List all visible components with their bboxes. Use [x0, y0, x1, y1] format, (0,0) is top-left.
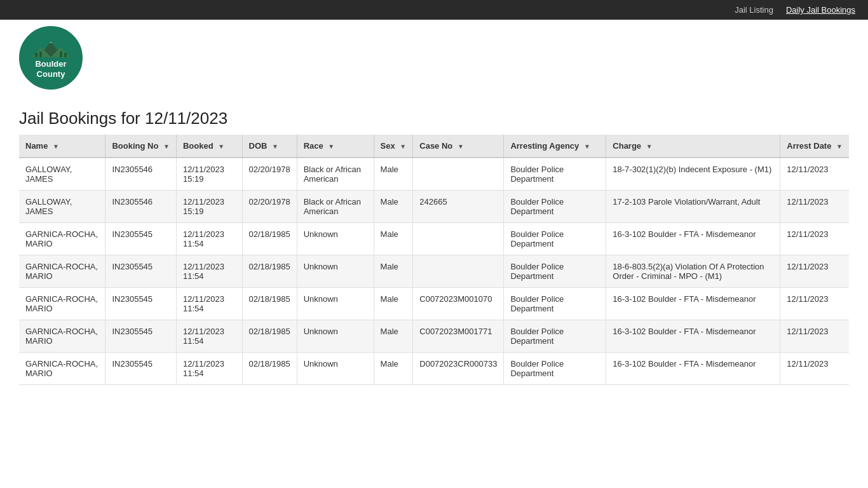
booking-no-filter-icon[interactable]: ▼	[163, 143, 170, 150]
cell-case_no	[413, 158, 504, 191]
cell-arresting_agency: Boulder Police Department	[504, 320, 606, 353]
top-nav: Jail Listing Daily Jail Bookings	[0, 0, 868, 20]
logo-area: Boulder County	[0, 20, 868, 96]
nav-jail-listing[interactable]: Jail Listing	[735, 5, 773, 15]
logo-text: Boulder County	[35, 59, 66, 79]
logo-mountain-icon	[32, 37, 70, 59]
cell-sex: Male	[374, 158, 413, 191]
svg-rect-4	[35, 53, 37, 57]
cell-arrest_date: 12/11/2023	[780, 288, 849, 320]
col-arresting-agency[interactable]: Arresting Agency ▼	[504, 135, 606, 158]
cell-race: Unknown	[297, 223, 374, 255]
svg-rect-5	[39, 51, 42, 57]
cell-charge: 16-3-102 Boulder - FTA - Misdemeanor	[606, 353, 780, 385]
cell-booking_no: IN2305546	[105, 158, 176, 191]
cell-arresting_agency: Boulder Police Department	[504, 158, 606, 191]
cell-charge: 18-7-302(1)(2)(b) Indecent Exposure - (M…	[606, 158, 780, 191]
cell-charge: 17-2-103 Parole Violation/Warrant, Adult	[606, 191, 780, 223]
cell-name: GARNICA-ROCHA, MARIO	[19, 353, 105, 385]
cell-sex: Male	[374, 288, 413, 320]
cell-arrest_date: 12/11/2023	[780, 191, 849, 223]
cell-arrest_date: 12/11/2023	[780, 255, 849, 288]
cell-dob: 02/20/1978	[242, 191, 297, 223]
arrest-date-filter-icon[interactable]: ▼	[836, 143, 843, 150]
cell-name: GARNICA-ROCHA, MARIO	[19, 223, 105, 255]
cell-arrest_date: 12/11/2023	[780, 320, 849, 353]
cell-booking_no: IN2305545	[105, 320, 176, 353]
cell-dob: 02/20/1978	[242, 158, 297, 191]
cell-charge: 16-3-102 Boulder - FTA - Misdemeanor	[606, 320, 780, 353]
cell-dob: 02/18/1985	[242, 223, 297, 255]
cell-booking_no: IN2305545	[105, 223, 176, 255]
cell-case_no: D0072023CR000733	[413, 353, 504, 385]
col-name[interactable]: Name ▼	[19, 135, 105, 158]
cell-case_no	[413, 255, 504, 288]
cell-arresting_agency: Boulder Police Department	[504, 353, 606, 385]
col-case-no[interactable]: Case No ▼	[413, 135, 504, 158]
cell-arresting_agency: Boulder Police Department	[504, 223, 606, 255]
table-header: Name ▼ Booking No ▼ Booked ▼ DOB ▼ Race	[19, 135, 849, 158]
cell-dob: 02/18/1985	[242, 288, 297, 320]
page-title: Jail Bookings for 12/11/2023	[0, 96, 868, 135]
cell-name: GALLOWAY, JAMES	[19, 158, 105, 191]
cell-charge: 16-3-102 Boulder - FTA - Misdemeanor	[606, 223, 780, 255]
cell-sex: Male	[374, 353, 413, 385]
cell-booked: 12/11/2023 11:54	[176, 320, 242, 353]
cell-booked: 12/11/2023 11:54	[176, 255, 242, 288]
cell-name: GARNICA-ROCHA, MARIO	[19, 320, 105, 353]
cell-charge: 16-3-102 Boulder - FTA - Misdemeanor	[606, 288, 780, 320]
booked-filter-icon[interactable]: ▼	[218, 143, 224, 150]
col-race[interactable]: Race ▼	[297, 135, 374, 158]
cell-charge: 18-6-803.5(2)(a) Violation Of A Protecti…	[606, 255, 780, 288]
cell-sex: Male	[374, 191, 413, 223]
cell-booked: 12/11/2023 11:54	[176, 223, 242, 255]
nav-daily-jail-bookings[interactable]: Daily Jail Bookings	[786, 5, 855, 15]
cell-booked: 12/11/2023 15:19	[176, 158, 242, 191]
cell-name: GARNICA-ROCHA, MARIO	[19, 255, 105, 288]
cell-arrest_date: 12/11/2023	[780, 223, 849, 255]
cell-arrest_date: 12/11/2023	[780, 353, 849, 385]
table-row: GARNICA-ROCHA, MARIOIN230554512/11/2023 …	[19, 320, 849, 353]
cell-booked: 12/11/2023 11:54	[176, 288, 242, 320]
table-row: GARNICA-ROCHA, MARIOIN230554512/11/2023 …	[19, 288, 849, 320]
col-booked[interactable]: Booked ▼	[176, 135, 242, 158]
cell-sex: Male	[374, 223, 413, 255]
bookings-table: Name ▼ Booking No ▼ Booked ▼ DOB ▼ Race	[19, 135, 849, 385]
logo: Boulder County	[19, 26, 83, 90]
cell-race: Unknown	[297, 255, 374, 288]
table-body: GALLOWAY, JAMESIN230554612/11/2023 15:19…	[19, 158, 849, 385]
cell-dob: 02/18/1985	[242, 353, 297, 385]
col-dob[interactable]: DOB ▼	[242, 135, 297, 158]
cell-booked: 12/11/2023 11:54	[176, 353, 242, 385]
table-row: GARNICA-ROCHA, MARIOIN230554512/11/2023 …	[19, 353, 849, 385]
cell-booking_no: IN2305545	[105, 288, 176, 320]
dob-filter-icon[interactable]: ▼	[272, 143, 278, 150]
cell-arresting_agency: Boulder Police Department	[504, 255, 606, 288]
name-filter-icon[interactable]: ▼	[53, 143, 59, 150]
table-row: GARNICA-ROCHA, MARIOIN230554512/11/2023 …	[19, 255, 849, 288]
svg-rect-7	[64, 53, 67, 57]
case-no-filter-icon[interactable]: ▼	[458, 143, 464, 150]
col-arrest-date[interactable]: Arrest Date ▼	[780, 135, 849, 158]
charge-filter-icon[interactable]: ▼	[646, 143, 653, 150]
cell-case_no	[413, 223, 504, 255]
cell-arresting_agency: Boulder Police Department	[504, 191, 606, 223]
race-filter-icon[interactable]: ▼	[328, 143, 334, 150]
arresting-agency-filter-icon[interactable]: ▼	[584, 143, 590, 150]
cell-booking_no: IN2305545	[105, 353, 176, 385]
cell-race: Unknown	[297, 320, 374, 353]
cell-case_no: C0072023M001771	[413, 320, 504, 353]
sex-filter-icon[interactable]: ▼	[400, 143, 406, 150]
col-booking-no[interactable]: Booking No ▼	[105, 135, 176, 158]
cell-dob: 02/18/1985	[242, 320, 297, 353]
cell-race: Unknown	[297, 288, 374, 320]
cell-arresting_agency: Boulder Police Department	[504, 288, 606, 320]
cell-sex: Male	[374, 320, 413, 353]
col-charge[interactable]: Charge ▼	[606, 135, 780, 158]
table-row: GALLOWAY, JAMESIN230554612/11/2023 15:19…	[19, 158, 849, 191]
table-row: GALLOWAY, JAMESIN230554612/11/2023 15:19…	[19, 191, 849, 223]
cell-sex: Male	[374, 255, 413, 288]
col-sex[interactable]: Sex ▼	[374, 135, 413, 158]
cell-booking_no: IN2305546	[105, 191, 176, 223]
table-row: GARNICA-ROCHA, MARIOIN230554512/11/2023 …	[19, 223, 849, 255]
